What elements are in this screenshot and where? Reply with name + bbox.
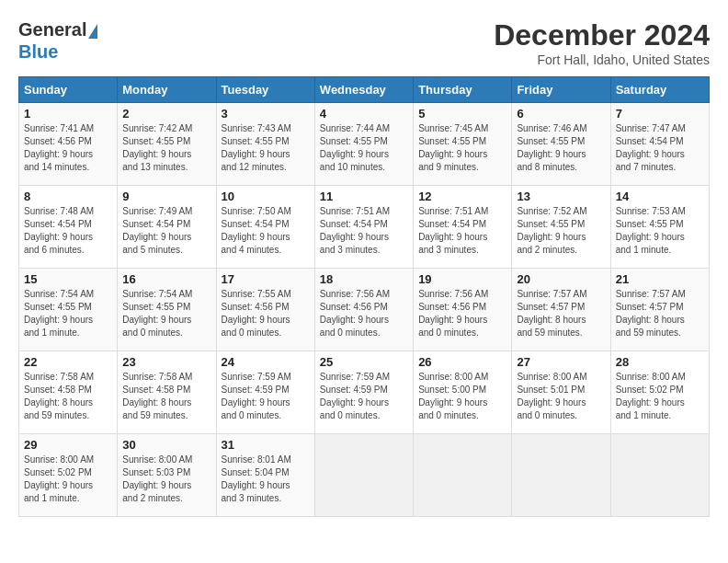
- header-monday: Monday: [118, 77, 216, 103]
- table-row: 7 Sunrise: 7:47 AMSunset: 4:54 PMDayligh…: [610, 103, 709, 186]
- header-sunday: Sunday: [19, 77, 118, 103]
- table-row: 25 Sunrise: 7:59 AMSunset: 4:59 PMDaylig…: [314, 351, 413, 434]
- table-row: 3 Sunrise: 7:43 AMSunset: 4:55 PMDayligh…: [216, 103, 314, 186]
- header-wednesday: Wednesday: [314, 77, 413, 103]
- table-row: 31 Sunrise: 8:01 AMSunset: 5:04 PMDaylig…: [216, 434, 314, 517]
- table-row: 27 Sunrise: 8:00 AMSunset: 5:01 PMDaylig…: [512, 351, 610, 434]
- empty-cell: [314, 434, 413, 517]
- header-friday: Friday: [512, 77, 610, 103]
- empty-cell: [610, 434, 709, 517]
- table-row: 14 Sunrise: 7:53 AMSunset: 4:55 PMDaylig…: [610, 186, 709, 269]
- empty-cell: [414, 434, 512, 517]
- empty-cell: [512, 434, 610, 517]
- header-tuesday: Tuesday: [216, 77, 314, 103]
- calendar-table: Sunday Monday Tuesday Wednesday Thursday…: [18, 76, 710, 517]
- table-row: 29 Sunrise: 8:00 AMSunset: 5:02 PMDaylig…: [19, 434, 118, 517]
- title-block: December 2024 Fort Hall, Idaho, United S…: [494, 18, 710, 67]
- table-row: 16 Sunrise: 7:54 AMSunset: 4:55 PMDaylig…: [118, 269, 216, 351]
- table-row: 2 Sunrise: 7:42 AMSunset: 4:55 PMDayligh…: [118, 103, 216, 186]
- table-row: 20 Sunrise: 7:57 AMSunset: 4:57 PMDaylig…: [512, 269, 610, 351]
- table-row: 15 Sunrise: 7:54 AMSunset: 4:55 PMDaylig…: [19, 269, 118, 351]
- table-row: 24 Sunrise: 7:59 AMSunset: 4:59 PMDaylig…: [216, 351, 314, 434]
- location: Fort Hall, Idaho, United States: [494, 52, 710, 67]
- table-row: 4 Sunrise: 7:44 AMSunset: 4:55 PMDayligh…: [314, 103, 413, 186]
- table-row: 18 Sunrise: 7:56 AMSunset: 4:56 PMDaylig…: [314, 269, 413, 351]
- table-row: 8 Sunrise: 7:48 AMSunset: 4:54 PMDayligh…: [19, 186, 118, 269]
- table-row: 9 Sunrise: 7:49 AMSunset: 4:54 PMDayligh…: [118, 186, 216, 269]
- table-row: 23 Sunrise: 7:58 AMSunset: 4:58 PMDaylig…: [118, 351, 216, 434]
- logo-text: General Blue: [18, 18, 97, 63]
- table-row: 17 Sunrise: 7:55 AMSunset: 4:56 PMDaylig…: [216, 269, 314, 351]
- table-row: 13 Sunrise: 7:52 AMSunset: 4:55 PMDaylig…: [512, 186, 610, 269]
- table-row: 12 Sunrise: 7:51 AMSunset: 4:54 PMDaylig…: [414, 186, 512, 269]
- table-row: 11 Sunrise: 7:51 AMSunset: 4:54 PMDaylig…: [314, 186, 413, 269]
- table-row: 19 Sunrise: 7:56 AMSunset: 4:56 PMDaylig…: [414, 269, 512, 351]
- month-title: December 2024: [494, 18, 710, 52]
- logo: General Blue: [18, 18, 97, 63]
- table-row: 10 Sunrise: 7:50 AMSunset: 4:54 PMDaylig…: [216, 186, 314, 269]
- table-row: 6 Sunrise: 7:46 AMSunset: 4:55 PMDayligh…: [512, 103, 610, 186]
- table-row: 30 Sunrise: 8:00 AMSunset: 5:03 PMDaylig…: [118, 434, 216, 517]
- page-header: General Blue December 2024 Fort Hall, Id…: [18, 18, 710, 67]
- table-row: 22 Sunrise: 7:58 AMSunset: 4:58 PMDaylig…: [19, 351, 118, 434]
- table-row: 21 Sunrise: 7:57 AMSunset: 4:57 PMDaylig…: [610, 269, 709, 351]
- day-header-row: Sunday Monday Tuesday Wednesday Thursday…: [19, 77, 710, 103]
- header-thursday: Thursday: [414, 77, 512, 103]
- header-saturday: Saturday: [610, 77, 709, 103]
- table-row: 26 Sunrise: 8:00 AMSunset: 5:00 PMDaylig…: [414, 351, 512, 434]
- table-row: 5 Sunrise: 7:45 AMSunset: 4:55 PMDayligh…: [414, 103, 512, 186]
- table-row: 1 Sunrise: 7:41 AMSunset: 4:56 PMDayligh…: [19, 103, 118, 186]
- table-row: 28 Sunrise: 8:00 AMSunset: 5:02 PMDaylig…: [610, 351, 709, 434]
